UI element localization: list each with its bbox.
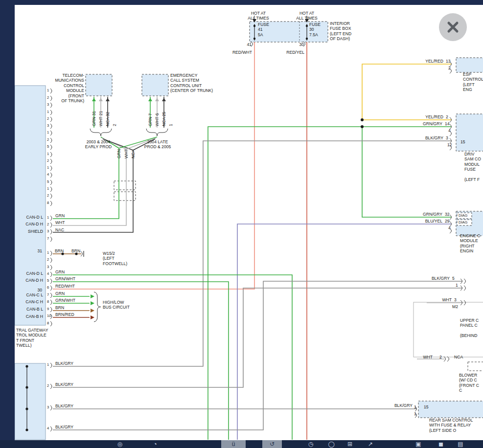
wire-grn-gry-branch xyxy=(362,127,451,217)
wire-can-nac xyxy=(53,150,133,232)
arrowhead xyxy=(155,98,159,101)
pin-connector xyxy=(50,258,52,263)
junction-dot xyxy=(61,252,64,255)
arrowhead xyxy=(92,98,96,101)
rotate-icon[interactable]: ↺ xyxy=(262,440,282,448)
pin-connector xyxy=(50,314,52,319)
junction-dot xyxy=(25,407,28,410)
wiring-diagram-viewer: 1231231251214512812371234567891081234HOT… xyxy=(0,0,483,448)
wire-can-d-l-grn xyxy=(53,275,292,440)
pin-connector xyxy=(464,279,466,284)
arrowhead xyxy=(91,309,94,313)
pin-connector xyxy=(50,251,52,256)
pin-connector xyxy=(50,272,52,277)
pin-connector xyxy=(50,265,52,270)
junction-dot xyxy=(361,125,364,128)
box-emergency-box xyxy=(142,74,168,96)
close-button[interactable] xyxy=(439,13,467,41)
video-icon[interactable]: ◼ xyxy=(435,440,447,448)
share-icon[interactable]: ↗ xyxy=(364,440,377,448)
arrowhead xyxy=(91,301,94,305)
pin-connector xyxy=(50,166,52,171)
pin-connector xyxy=(50,103,52,108)
box-rear-sam-box xyxy=(418,401,483,418)
pin-connector xyxy=(50,384,52,389)
history-icon[interactable]: ◷ xyxy=(304,440,317,448)
box-interior-fuse-box xyxy=(250,22,328,42)
wire-can-wht xyxy=(53,149,126,225)
arrowhead xyxy=(162,98,166,101)
pin-connector xyxy=(50,110,52,115)
junction-dot xyxy=(25,428,28,431)
arrowhead xyxy=(99,98,103,101)
box-telecom-box xyxy=(86,74,112,96)
text-tool-icon[interactable]: ü xyxy=(221,440,246,448)
junction-dot xyxy=(25,386,28,388)
pin-connector xyxy=(415,413,417,418)
arrowhead xyxy=(91,294,94,298)
box-shield-box-1 xyxy=(114,181,136,190)
pin-connector xyxy=(50,363,52,368)
close-icon xyxy=(439,13,467,41)
pin-connector xyxy=(50,124,52,129)
pin-connector xyxy=(50,187,52,192)
image-icon[interactable]: ▣ xyxy=(412,440,425,448)
pin-connector xyxy=(303,42,305,46)
pin-connector xyxy=(50,307,52,312)
box-bottom-module-box xyxy=(15,363,46,440)
info-icon[interactable]: ◯ xyxy=(325,440,338,448)
junction-dot xyxy=(253,25,255,27)
arrowhead xyxy=(106,98,110,101)
pin-connector xyxy=(450,228,452,233)
pin-connector xyxy=(50,229,52,234)
grid-icon[interactable]: ⊞ xyxy=(344,440,356,448)
pin-connector xyxy=(50,223,52,227)
junction-dot xyxy=(306,25,308,27)
box-diag-box-1 xyxy=(457,213,472,219)
box-shield-box-2 xyxy=(114,192,136,201)
junction-dot xyxy=(253,38,255,40)
search-icon[interactable]: ◎ xyxy=(114,440,126,448)
junction-dot xyxy=(75,252,77,255)
wire-blk-gry-5 xyxy=(53,281,462,430)
pin-connector xyxy=(464,286,466,291)
bottom-toolbar: ◎◔ü↺◷◯⊞↗▣◼▤ xyxy=(0,440,483,448)
window-top-bar xyxy=(0,0,483,5)
brace xyxy=(146,129,168,136)
pin-connector xyxy=(50,321,52,326)
gallery-icon[interactable]: ▤ xyxy=(454,440,467,448)
pin-connector xyxy=(464,300,466,305)
pin-connector xyxy=(50,286,52,291)
window-left-bar xyxy=(0,0,15,448)
arrowhead xyxy=(91,315,94,319)
pin-connector xyxy=(50,426,52,431)
pin-connector xyxy=(50,173,52,178)
pin-connector xyxy=(50,279,52,284)
wire-yel-red-esp xyxy=(362,64,451,120)
wire-grn-gry-main xyxy=(208,127,451,440)
junction-dot xyxy=(306,38,308,40)
box-gateway-box xyxy=(15,86,46,325)
wire-blk-gry-sam3 xyxy=(53,141,451,366)
wiring-diagram-svg xyxy=(0,0,483,448)
pin-connector xyxy=(50,159,52,164)
pin-connector xyxy=(50,300,52,305)
junction-dot xyxy=(361,118,364,121)
arrowhead xyxy=(148,98,152,101)
pin-connector xyxy=(450,131,452,136)
pin-connector xyxy=(50,89,52,93)
pin-connector xyxy=(50,117,52,122)
pin-connector xyxy=(50,237,52,242)
pin-connector xyxy=(50,180,52,185)
user-icon[interactable]: ◔ xyxy=(149,440,161,448)
box-upper-panel-box xyxy=(414,302,483,357)
wire-can-d-h-grn-wht xyxy=(53,282,229,440)
box-esp-box xyxy=(456,58,483,72)
brace xyxy=(94,292,101,322)
pin-connector xyxy=(50,201,52,206)
pin-connector xyxy=(50,96,52,101)
box-driver-sam-box xyxy=(456,114,483,151)
wire-can-grn xyxy=(53,148,119,219)
pin-connector xyxy=(50,216,52,221)
pin-connector xyxy=(50,138,52,143)
